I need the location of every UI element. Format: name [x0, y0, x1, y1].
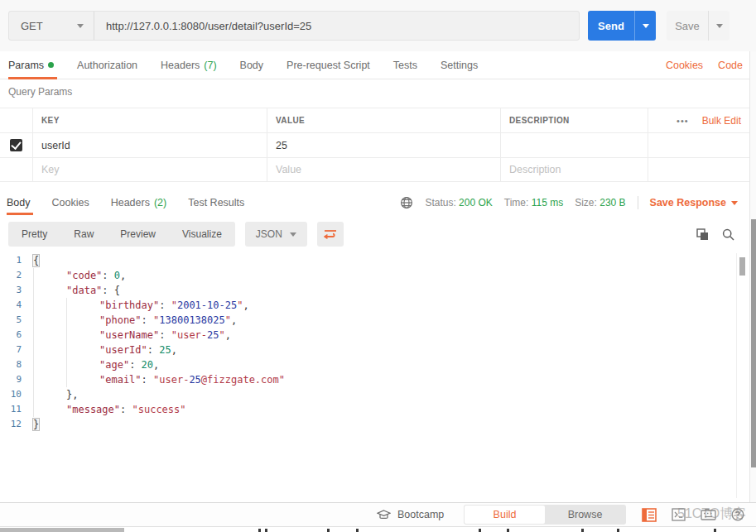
postman-window: GET http://127.0.0.1:8080/user/detail?us… — [0, 0, 756, 532]
token-p: , — [120, 270, 126, 281]
editor-scrollbar[interactable] — [736, 253, 746, 498]
time-value: 115 ms — [532, 197, 563, 208]
save-options-button[interactable] — [708, 11, 730, 41]
param-key-input[interactable]: userId — [41, 140, 70, 151]
code-line-content: "code": 0, — [33, 268, 126, 283]
token-p: : — [159, 300, 171, 311]
view-visualize[interactable]: Visualize — [169, 222, 235, 247]
bulk-edit-link[interactable]: Bulk Edit — [702, 115, 741, 127]
status-value: 200 OK — [459, 197, 493, 208]
build-segment[interactable]: Build — [465, 506, 545, 524]
chevron-down-icon — [77, 24, 84, 28]
code-line-content: } — [33, 417, 39, 432]
indent-guide — [33, 298, 66, 313]
console-icon[interactable] — [672, 508, 686, 521]
send-options-button[interactable] — [634, 11, 656, 41]
send-button-label[interactable]: Send — [588, 11, 634, 41]
status-label: Status: — [425, 197, 455, 208]
cookies-link[interactable]: Cookies — [666, 60, 703, 71]
token-p: , — [231, 314, 237, 326]
code-line-content: { — [33, 253, 39, 268]
param-value-input[interactable]: 25 — [276, 140, 287, 151]
token-p: : { — [102, 285, 120, 296]
globe-icon[interactable] — [400, 196, 413, 209]
tab-settings[interactable]: Settings — [429, 51, 489, 79]
request-links: Cookies Code — [666, 60, 756, 71]
save-response-button[interactable]: Save Response — [650, 197, 738, 208]
response-tab-test-results[interactable]: Test Results — [177, 190, 255, 215]
help-icon[interactable] — [731, 508, 744, 521]
token-s: " — [225, 314, 231, 326]
response-tab-headers[interactable]: Headers (2) — [100, 190, 178, 215]
code-line-content: "birthday": "2001-10-25", — [33, 298, 249, 313]
param-description-placeholder[interactable]: Description — [509, 164, 561, 175]
indent-guide — [66, 328, 99, 343]
token-n: 20 — [142, 359, 153, 371]
tab-headers[interactable]: Headers (7) — [149, 51, 229, 79]
search-icon[interactable] — [722, 228, 734, 241]
indent-guide — [33, 357, 66, 372]
view-raw[interactable]: Raw — [60, 222, 107, 247]
method-dropdown[interactable]: GET — [9, 12, 94, 40]
code-line-content: "userId": 25, — [33, 343, 177, 357]
editor-scrollbar-thumb[interactable] — [739, 257, 745, 276]
browse-segment[interactable]: Browse — [545, 506, 625, 524]
keyboard-shortcuts-icon[interactable] — [701, 509, 716, 520]
token-n: 0 — [114, 270, 120, 281]
token-s: " — [171, 300, 177, 311]
response-tabs: Body Cookies Headers (2) Test Results St… — [0, 190, 749, 215]
request-tabs: Params Authorization Headers (7) Body Pr… — [0, 51, 756, 79]
token-d: 25 — [189, 374, 200, 386]
token-k: "email" — [99, 374, 142, 386]
language-dropdown[interactable]: JSON — [245, 222, 307, 247]
tab-tests-label: Tests — [393, 60, 417, 71]
param-checkbox[interactable] — [10, 139, 22, 151]
code-line: 8"age": 20, — [0, 357, 736, 372]
footer-icons — [642, 508, 744, 522]
tab-params[interactable]: Params — [0, 51, 65, 79]
view-pretty[interactable]: Pretty — [8, 222, 60, 247]
page-scrollbar[interactable] — [749, 51, 756, 502]
token-s: "user- — [153, 374, 189, 386]
view-mode-group: Pretty Raw Preview Visualize — [8, 222, 235, 247]
param-key-placeholder[interactable]: Key — [41, 164, 60, 175]
code-line-content: "userName": "user-25", — [33, 328, 231, 343]
page-scrollbar-thumb[interactable] — [751, 219, 756, 467]
code-line-content: "age": 20, — [33, 357, 159, 372]
console-panel-icon[interactable] — [642, 508, 657, 522]
indent-guide — [33, 313, 66, 328]
code-line-content: "data": { — [33, 283, 120, 298]
wrap-text-button[interactable] — [317, 222, 344, 247]
code-link[interactable]: Code — [718, 60, 743, 71]
response-tab-body[interactable]: Body — [0, 190, 41, 215]
response-body-editor[interactable]: 1{2"code": 0,3"data": {4"birthday": "200… — [0, 253, 736, 498]
code-line-content: "message": "success" — [33, 402, 186, 417]
code-line-content: "phone": "13800138025", — [33, 313, 237, 328]
headers-count: (7) — [204, 60, 216, 71]
send-button[interactable]: Send — [588, 11, 656, 41]
save-button-label[interactable]: Save — [667, 11, 708, 41]
indent-guide — [33, 372, 66, 387]
column-header-key: KEY — [41, 116, 60, 125]
tab-body[interactable]: Body — [229, 51, 276, 79]
token-k: "phone" — [99, 314, 142, 326]
more-actions-icon[interactable]: ••• — [677, 116, 689, 126]
response-toolbar: Pretty Raw Preview Visualize JSON — [8, 222, 749, 247]
tab-tests[interactable]: Tests — [382, 51, 429, 79]
response-tab-cookies[interactable]: Cookies — [41, 190, 100, 215]
code-line: 7"userId": 25, — [0, 343, 736, 357]
tab-headers-label: Headers — [161, 60, 200, 71]
cutoff-gray-block — [0, 528, 124, 532]
tab-pre-request-label: Pre-request Script — [287, 60, 370, 71]
token-k: "code" — [66, 270, 102, 281]
tab-authorization[interactable]: Authorization — [65, 51, 149, 79]
request-url-bar: GET http://127.0.0.1:8080/user/detail?us… — [0, 0, 756, 51]
line-number: 11 — [0, 402, 33, 417]
url-input[interactable]: http://127.0.0.1:8080/user/detail?userId… — [94, 20, 579, 32]
view-preview[interactable]: Preview — [107, 222, 169, 247]
copy-icon[interactable] — [696, 228, 709, 241]
param-value-placeholder[interactable]: Value — [276, 164, 301, 175]
save-button[interactable]: Save — [667, 11, 730, 41]
bootcamp-button[interactable]: Bootcamp — [377, 509, 444, 520]
tab-pre-request-script[interactable]: Pre-request Script — [275, 51, 382, 79]
